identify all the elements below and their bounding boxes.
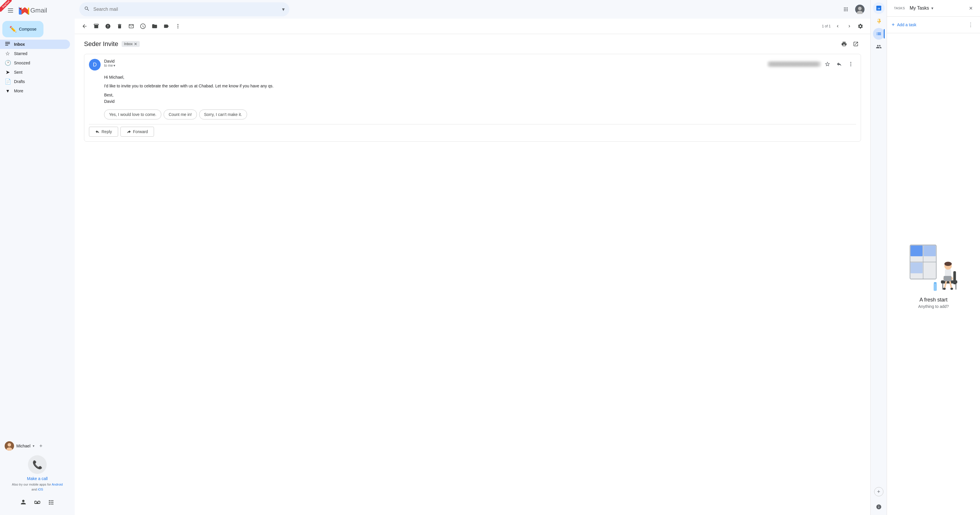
reply-button[interactable]: Reply [89, 127, 118, 136]
apps-button[interactable] [840, 3, 852, 15]
voicemail-icon-button[interactable] [32, 496, 43, 508]
add-task-label: Add a task [897, 22, 916, 27]
sidebar-item-starred[interactable]: ☆ Starred [0, 49, 70, 58]
svg-text:28: 28 [877, 7, 880, 10]
sidebar-item-inbox[interactable]: Inbox [0, 40, 70, 49]
svg-rect-2 [8, 12, 13, 13]
svg-rect-38 [943, 276, 951, 281]
inbox-badge-close[interactable]: ✕ [134, 42, 137, 46]
svg-point-12 [850, 62, 851, 63]
phone-circle: 📞 [28, 455, 47, 474]
info-button[interactable] [873, 501, 885, 513]
keep-icon-button[interactable] [873, 15, 885, 27]
star-icon: ☆ [5, 51, 11, 57]
move-to-button[interactable] [150, 21, 160, 32]
svg-rect-22 [910, 245, 922, 256]
fresh-start-title: A fresh start [920, 297, 947, 303]
star-button[interactable] [822, 59, 833, 69]
tasks-illustration: A fresh start Anything to add? [887, 33, 980, 515]
sidebar-item-more[interactable]: ▾ More [0, 86, 70, 95]
smart-reply-sorry[interactable]: Sorry, I can't make it. [199, 109, 247, 119]
svg-point-9 [177, 24, 178, 25]
svg-rect-29 [953, 271, 956, 284]
dialpad-icon-button[interactable] [46, 496, 57, 508]
gmail-text-label: Gmail [30, 7, 47, 14]
add-account-button[interactable]: + [37, 442, 45, 450]
more-options-button[interactable] [173, 21, 183, 32]
user-avatar [5, 441, 14, 451]
tasks-panel: TASKS My Tasks ▾ ✕ + Add a task ⋮ [887, 0, 980, 515]
dogear-ribbon [0, 0, 12, 12]
settings-button[interactable] [855, 21, 865, 32]
prev-email-button[interactable] [833, 22, 842, 31]
email-header: D David to me ▾ ████████████████ [89, 59, 856, 70]
email-subject: Seder Invite [84, 40, 118, 48]
svg-point-14 [850, 65, 851, 66]
back-button[interactable] [80, 21, 90, 32]
reply-forward-row: Reply Forward [89, 124, 856, 136]
android-link[interactable]: Android [52, 483, 63, 486]
compose-button[interactable]: ✏️ Compose [2, 21, 43, 37]
fresh-start-subtitle: Anything to add? [918, 304, 949, 309]
sidebar-item-drafts[interactable]: 📄 Drafts [0, 77, 70, 86]
tasks-panel-label: TASKS [892, 6, 907, 10]
svg-rect-16 [876, 6, 881, 7]
account-button[interactable] [854, 3, 865, 15]
forward-button[interactable]: Forward [121, 127, 154, 136]
email-message: D David to me ▾ ████████████████ [84, 54, 861, 141]
sender-name: David [104, 59, 764, 63]
main-content: ▾ [75, 0, 870, 515]
svg-rect-24 [910, 263, 922, 273]
tasks-icon-button[interactable] [873, 28, 885, 40]
open-in-new-button[interactable] [851, 39, 861, 49]
spam-button[interactable] [103, 21, 113, 32]
more-chevron-icon: ▾ [5, 88, 11, 94]
account-avatar [855, 5, 864, 14]
svg-rect-23 [923, 245, 935, 256]
svg-point-13 [850, 63, 851, 64]
add-task-more-button[interactable]: ⋮ [966, 20, 975, 29]
ios-link[interactable]: iOS [38, 488, 43, 491]
search-input[interactable] [93, 7, 278, 12]
contacts-icon-button[interactable] [873, 41, 885, 52]
subject-actions [839, 39, 861, 49]
smart-reply-count-me-in[interactable]: Count me in! [164, 109, 197, 119]
label-button[interactable] [161, 21, 172, 32]
tasks-close-button[interactable]: ✕ [966, 3, 975, 13]
next-email-button[interactable] [845, 22, 854, 31]
topbar: ▾ [75, 0, 870, 19]
svg-rect-25 [923, 263, 935, 273]
message-more-button[interactable] [846, 59, 856, 69]
add-side-app-button[interactable]: + [874, 487, 883, 496]
search-dropdown-icon[interactable]: ▾ [282, 6, 285, 13]
email-body: Hi Michael, I'd like to invite you to ce… [104, 74, 856, 105]
google-calendar-icon-button[interactable]: 28 [873, 2, 885, 14]
compose-label: Compose [19, 27, 37, 32]
user-name-label: Michael [16, 444, 30, 448]
svg-rect-39 [934, 283, 937, 291]
archive-button[interactable] [91, 21, 102, 32]
svg-point-36 [943, 287, 946, 290]
snooze-button[interactable] [138, 21, 148, 32]
snoozed-label: Snoozed [14, 60, 65, 65]
search-bar[interactable]: ▾ [80, 2, 290, 16]
sidebar-item-snoozed[interactable]: 🕐 Snoozed [0, 58, 70, 68]
contacts-icon-button[interactable] [18, 496, 29, 508]
reply-icon-button[interactable] [834, 59, 845, 69]
delete-button[interactable] [115, 21, 125, 32]
smart-reply-yes[interactable]: Yes, I would love to come. [104, 109, 161, 119]
gmail-logo: Gmail [19, 7, 47, 14]
sidebar-item-sent[interactable]: ➤ Sent [0, 68, 70, 77]
mark-unread-button[interactable] [126, 21, 137, 32]
snoozed-icon: 🕐 [5, 60, 11, 66]
to-me-label[interactable]: to me ▾ [104, 63, 764, 68]
user-account-row[interactable]: Michael ▾ + [2, 439, 72, 453]
drafts-label: Drafts [14, 79, 65, 84]
compose-plus-icon: ✏️ [10, 25, 17, 33]
tasks-dropdown-icon[interactable]: ▾ [931, 6, 933, 11]
add-task-row[interactable]: + Add a task ⋮ [887, 17, 980, 33]
print-button[interactable] [839, 39, 850, 49]
side-icons-panel: 28 + [870, 0, 887, 515]
make-call-link[interactable]: Make a call [27, 476, 48, 481]
email-actions-right: ████████████████ [767, 59, 856, 69]
